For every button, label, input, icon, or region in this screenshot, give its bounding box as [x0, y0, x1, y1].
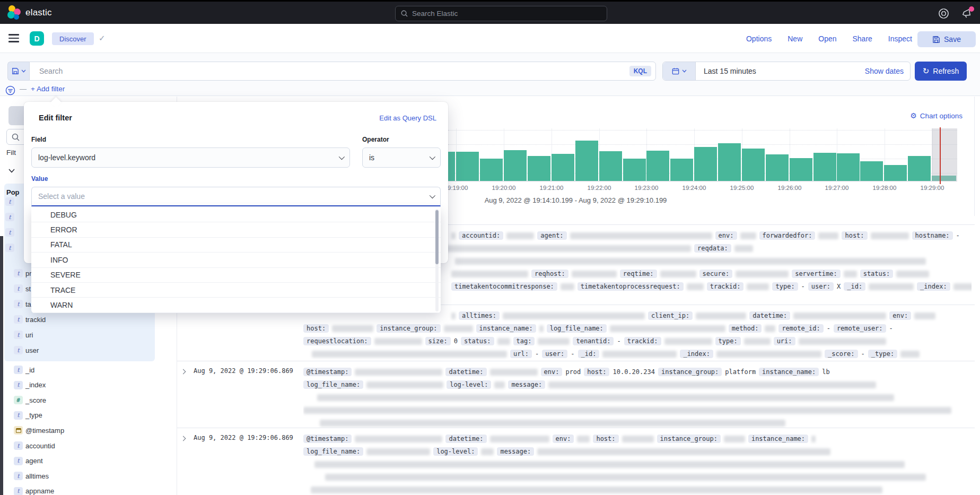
- value-option-trace[interactable]: TRACE: [31, 283, 441, 298]
- field-item[interactable]: t: [5, 244, 14, 252]
- field-type-badge: t: [14, 487, 23, 495]
- field-type-badge: [14, 426, 23, 435]
- filter-settings-icon[interactable]: [5, 85, 15, 95]
- field-item[interactable]: t: [5, 213, 14, 221]
- time-axis-label: 19:21:00: [540, 185, 564, 191]
- histogram-bar[interactable]: [646, 151, 669, 181]
- field-badge: method:: [729, 324, 762, 333]
- histogram-bar[interactable]: [552, 154, 574, 181]
- field-item-appname[interactable]: tappname: [14, 487, 54, 495]
- histogram-bar[interactable]: [575, 141, 598, 181]
- field-item-uri[interactable]: turi: [14, 331, 33, 339]
- histogram-bar[interactable]: [528, 156, 550, 181]
- space-badge[interactable]: D: [30, 31, 44, 46]
- redacted-value: [716, 351, 821, 358]
- redacted-value: [332, 325, 373, 332]
- time-axis-label: 19:29:00: [921, 185, 944, 191]
- value-option-debug[interactable]: DEBUG: [31, 207, 441, 222]
- expand-icon[interactable]: [181, 436, 186, 441]
- field-badge: reqhost:: [531, 270, 568, 278]
- menu-icon[interactable]: [8, 34, 19, 42]
- field-value: -: [801, 283, 805, 290]
- histogram-bar[interactable]: [766, 154, 789, 181]
- field-badge: timetakentocommitresponse:: [451, 282, 557, 291]
- value-option-warn[interactable]: WARN: [31, 298, 441, 312]
- kql-language-button[interactable]: KQL: [629, 66, 651, 76]
- histogram-bar[interactable]: [694, 147, 717, 181]
- chart-options-link[interactable]: ⚙ Chart options: [910, 111, 962, 120]
- save-button[interactable]: Save: [917, 31, 976, 47]
- field-type-badge: #: [14, 396, 23, 404]
- value-option-info[interactable]: INFO: [31, 253, 441, 267]
- histogram-bar[interactable]: [599, 151, 622, 181]
- field-item-_type[interactable]: t_type: [14, 411, 42, 420]
- field-item-_index[interactable]: t_index: [14, 381, 46, 389]
- show-dates-link[interactable]: Show dates: [865, 67, 904, 75]
- histogram-bar[interactable]: [504, 150, 527, 181]
- value-option-error[interactable]: ERROR: [31, 222, 441, 237]
- time-axis-label: 19:20:00: [492, 185, 516, 191]
- help-icon[interactable]: [938, 8, 949, 20]
- redacted-value: [503, 312, 645, 319]
- field-item-st[interactable]: tst: [14, 284, 31, 293]
- operator-select[interactable]: is: [362, 147, 441, 168]
- nav-link-inspect[interactable]: Inspect: [888, 34, 912, 43]
- scrollbar-thumb[interactable]: [435, 210, 439, 264]
- doc-source-line: log_file_name:log-level:message:: [303, 445, 972, 458]
- nav-link-new[interactable]: New: [788, 34, 802, 43]
- calendar-icon: [672, 67, 679, 75]
- field-select[interactable]: log-level.keyword: [31, 147, 350, 168]
- value-option-fatal[interactable]: FATAL: [31, 238, 441, 253]
- add-filter-link[interactable]: + Add filter: [31, 85, 65, 93]
- filter-by-type-control[interactable]: Filt: [6, 149, 16, 157]
- global-search-input[interactable]: Search Elastic: [395, 6, 607, 21]
- saved-query-menu-button[interactable]: [7, 62, 29, 81]
- field-value: 10.0.20.234: [612, 368, 654, 376]
- field-item-agent[interactable]: tagent: [14, 457, 43, 465]
- histogram-bar[interactable]: [813, 153, 836, 181]
- nav-link-options[interactable]: Options: [746, 34, 772, 43]
- edit-as-query-dsl-link[interactable]: Edit as Query DSL: [379, 114, 436, 122]
- histogram-bar[interactable]: [860, 161, 883, 181]
- field-item[interactable]: t: [5, 228, 14, 237]
- field-item-trackid[interactable]: ttrackid: [14, 315, 46, 324]
- doc-row[interactable]: Aug 9, 2022 @ 19:29:06.869@timestamp:dat…: [177, 361, 975, 428]
- dropdown-scrollbar[interactable]: [435, 209, 439, 311]
- histogram-bar[interactable]: [884, 165, 907, 181]
- histogram-bar[interactable]: [623, 159, 646, 181]
- check-icon[interactable]: ✓: [99, 33, 106, 43]
- date-quick-select-button[interactable]: [663, 62, 696, 80]
- field-item-user[interactable]: tuser: [14, 346, 39, 354]
- breadcrumb[interactable]: Discover: [52, 32, 94, 45]
- time-range-value[interactable]: Last 15 minutes: [704, 67, 756, 75]
- query-search-input[interactable]: Search KQL: [29, 62, 656, 81]
- field-item-alltimes[interactable]: talltimes: [14, 472, 49, 480]
- refresh-button[interactable]: ↻ Refresh: [915, 62, 967, 81]
- histogram-bar[interactable]: [480, 159, 503, 181]
- field-item-pr[interactable]: tpr: [14, 269, 32, 277]
- histogram-bar[interactable]: [742, 149, 765, 181]
- field-item-ta[interactable]: tta: [14, 300, 31, 308]
- histogram-bar[interactable]: [837, 153, 860, 181]
- field-item-@timestamp[interactable]: @timestamp: [14, 426, 64, 435]
- chevron-down-icon[interactable]: [8, 169, 15, 173]
- doc-row[interactable]: Aug 9, 2022 @ 19:29:06.869@timestamp:dat…: [177, 428, 975, 495]
- value-option-severe[interactable]: SEVERE: [31, 268, 441, 283]
- nav-link-share[interactable]: Share: [853, 34, 872, 43]
- news-icon[interactable]: [961, 8, 973, 20]
- value-combobox[interactable]: Select a value: [31, 187, 441, 206]
- field-item-_id[interactable]: t_id: [14, 366, 34, 374]
- histogram-bar[interactable]: [670, 159, 693, 181]
- field-badge: instance_name:: [748, 435, 808, 443]
- nav-link-open[interactable]: Open: [818, 34, 836, 43]
- histogram-bar[interactable]: [718, 143, 741, 181]
- field-item-_score[interactable]: #_score: [14, 396, 46, 404]
- elastic-logo[interactable]: elastic: [7, 5, 52, 20]
- histogram-bar[interactable]: [908, 156, 931, 181]
- histogram-bar[interactable]: [456, 152, 479, 181]
- expand-icon[interactable]: [181, 369, 186, 375]
- histogram-bar[interactable]: [790, 158, 812, 181]
- field-item[interactable]: t: [5, 197, 14, 206]
- field-item-accountid[interactable]: taccountid: [14, 441, 55, 450]
- redacted-value: [355, 369, 442, 376]
